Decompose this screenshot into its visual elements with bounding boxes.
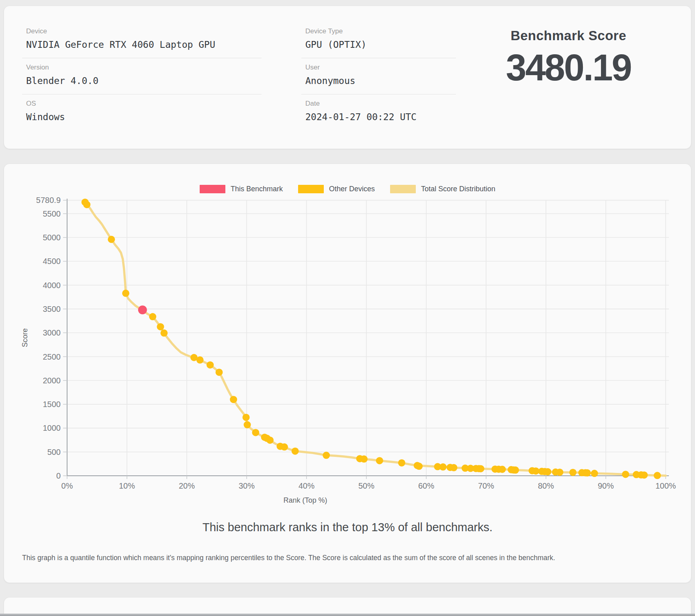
svg-text:20%: 20% [179,481,195,490]
svg-text:500: 500 [47,448,61,456]
svg-text:80%: 80% [538,481,554,490]
svg-text:30%: 30% [239,481,255,490]
os-row: OS Windows [22,94,262,130]
device-type-label: Device Type [305,27,456,35]
svg-text:4000: 4000 [43,281,61,290]
device-label: Device [26,27,262,35]
svg-text:1500: 1500 [43,400,61,409]
user-label: User [305,63,456,72]
svg-text:3500: 3500 [43,305,61,313]
svg-text:60%: 60% [418,481,434,490]
svg-text:1000: 1000 [43,424,61,432]
horizontal-scrollbar[interactable] [0,614,695,616]
benchmark-score-block: Benchmark Score 3480.19 [450,28,687,89]
info-column-right: Device Type GPU (OPTIX) User Anonymous D… [301,22,456,130]
y-axis-title: Score [21,314,29,362]
device-type-row: Device Type GPU (OPTIX) [301,22,456,58]
svg-text:90%: 90% [598,481,614,490]
quantile-line-chart: 0%10%20%30%40%50%60%70%80%90%100%0500100… [4,164,691,583]
svg-text:0%: 0% [61,481,73,490]
svg-text:4500: 4500 [43,257,61,266]
svg-text:0: 0 [56,471,61,480]
svg-text:10%: 10% [119,481,135,490]
info-column-left: Device NVIDIA GeForce RTX 4060 Laptop GP… [22,22,262,130]
user-value: Anonymous [305,76,456,86]
version-row: Version Blender 4.0.0 [22,58,262,94]
svg-text:3000: 3000 [43,328,61,337]
device-value: NVIDIA GeForce RTX 4060 Laptop GPU [26,39,262,50]
x-axis-title: Rank (Top %) [4,496,607,505]
date-value: 2024-01-27 00:22 UTC [305,112,456,122]
date-label: Date [305,100,456,108]
benchmark-info-card: Device NVIDIA GeForce RTX 4060 Laptop GP… [4,6,691,149]
svg-text:2000: 2000 [43,376,61,385]
benchmark-score-value: 3480.19 [450,47,687,89]
date-row: Date 2024-01-27 00:22 UTC [301,94,456,130]
version-label: Version [26,63,262,72]
os-value: Windows [26,112,262,122]
svg-text:50%: 50% [358,481,374,490]
chart-footnote-text: This graph is a quantile function which … [22,554,673,562]
device-row: Device NVIDIA GeForce RTX 4060 Laptop GP… [22,22,262,58]
rank-summary-text: This benchmark ranks in the top 13% of a… [4,521,691,534]
svg-text:70%: 70% [478,481,494,490]
user-row: User Anonymous [301,58,456,94]
device-type-value: GPU (OPTIX) [305,39,456,50]
version-value: Blender 4.0.0 [26,76,262,86]
quantile-chart-card: This Benchmark Other Devices Total Score… [4,164,691,583]
os-label: OS [26,100,262,108]
svg-text:5000: 5000 [43,233,61,242]
svg-text:5500: 5500 [43,209,61,218]
svg-text:2500: 2500 [43,352,61,361]
svg-text:100%: 100% [655,481,676,490]
benchmark-score-title: Benchmark Score [450,28,687,43]
svg-text:5780.9: 5780.9 [36,196,61,205]
svg-text:40%: 40% [298,481,315,490]
